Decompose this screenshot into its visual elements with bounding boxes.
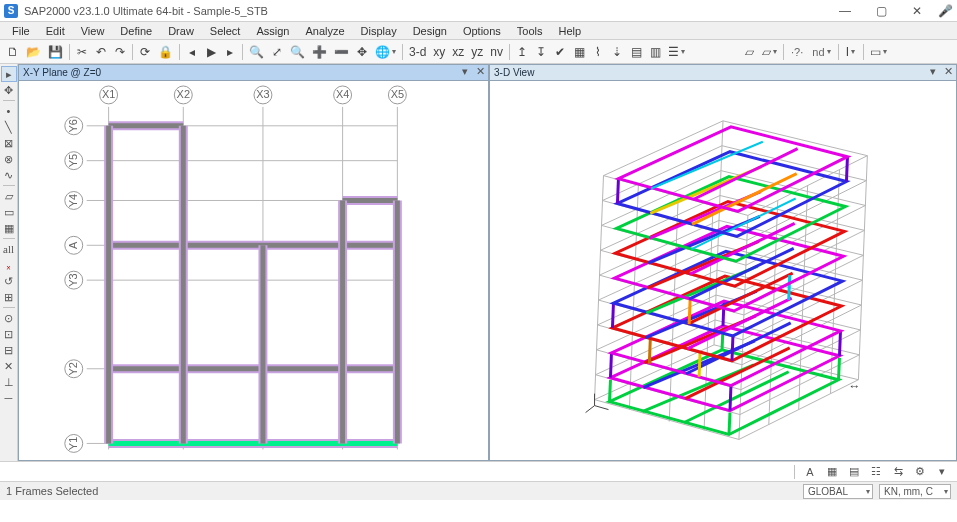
options-gear-icon[interactable]: ⚙ bbox=[911, 464, 929, 480]
frame-load-button[interactable]: ▤ bbox=[627, 43, 645, 61]
open-button[interactable]: 📂 bbox=[23, 43, 44, 61]
dim-button[interactable]: I bbox=[842, 43, 860, 61]
plan-view-header[interactable]: X-Y Plane @ Z=0 ▾ ✕ bbox=[19, 65, 488, 81]
zoom-out-button[interactable]: ➖ bbox=[331, 43, 352, 61]
quick-frame[interactable]: ⊠ bbox=[1, 135, 17, 151]
reshape-tool[interactable]: ✥ bbox=[1, 82, 17, 98]
view-yz-button[interactable]: yz bbox=[468, 43, 486, 61]
named-display-button[interactable]: ☰ bbox=[665, 43, 688, 61]
deformed-button[interactable]: ⌇ bbox=[589, 43, 607, 61]
pointer-tool[interactable]: ▸ bbox=[1, 66, 17, 82]
menu-tools[interactable]: Tools bbox=[509, 23, 551, 39]
draw-special-joint[interactable]: • bbox=[1, 103, 17, 119]
snap-mid[interactable]: ⊡ bbox=[1, 326, 17, 342]
select-all[interactable]: all bbox=[1, 241, 17, 257]
set-display-button[interactable]: ✔ bbox=[551, 43, 569, 61]
rotate-3d-button[interactable]: 🌐 bbox=[372, 43, 399, 61]
3d-view-svg: ↔ bbox=[490, 81, 956, 459]
pane-close-icon[interactable]: ✕ bbox=[942, 65, 954, 77]
side-toolbar: ▸ ✥ • ╲ ⊠ ⊗ ∿ ▱ ▭ ▦ all ₓ ↺ ⊞ ⊙ ⊡ ⊟ ✕ ⊥ … bbox=[0, 64, 18, 461]
redo-button[interactable]: ↷ bbox=[111, 43, 129, 61]
3d-view-header[interactable]: 3-D View ▾ ✕ bbox=[490, 65, 956, 81]
view-nv-button[interactable]: nv bbox=[487, 43, 506, 61]
minimize-button[interactable]: — bbox=[828, 0, 862, 22]
run-fwd-button[interactable]: ▸ bbox=[221, 43, 239, 61]
coord-system-combo[interactable]: GLOBAL bbox=[803, 484, 873, 499]
snap-end[interactable]: ⊟ bbox=[1, 342, 17, 358]
deselect-tool[interactable]: ₓ bbox=[1, 257, 17, 273]
zoom-prev-button[interactable]: 🔍 bbox=[287, 43, 308, 61]
menu-select[interactable]: Select bbox=[202, 23, 249, 39]
units-combo[interactable]: KN, mm, C bbox=[879, 484, 951, 499]
show-fill-button[interactable]: ▤ bbox=[845, 464, 863, 480]
quick-area[interactable]: ▦ bbox=[1, 220, 17, 236]
snap-intersect[interactable]: ✕ bbox=[1, 358, 17, 374]
save-button[interactable]: 💾 bbox=[45, 43, 66, 61]
mic-icon[interactable]: 🎤 bbox=[938, 4, 953, 18]
toggle-button[interactable]: ⇆ bbox=[889, 464, 907, 480]
menu-view[interactable]: View bbox=[73, 23, 113, 39]
view-xy-button[interactable]: xy bbox=[430, 43, 448, 61]
menu-display[interactable]: Display bbox=[353, 23, 405, 39]
refresh-button[interactable]: ⟳ bbox=[136, 43, 154, 61]
quick-brace[interactable]: ⊗ bbox=[1, 151, 17, 167]
menu-draw[interactable]: Draw bbox=[160, 23, 202, 39]
separator bbox=[838, 44, 839, 60]
menu-assign[interactable]: Assign bbox=[248, 23, 297, 39]
zoom-in-button[interactable]: ➕ bbox=[309, 43, 330, 61]
menu-file[interactable]: File bbox=[4, 23, 38, 39]
up-story-button[interactable]: ↥ bbox=[513, 43, 531, 61]
undeformed-button[interactable]: ▦ bbox=[570, 43, 588, 61]
window-controls: — ▢ ✕ bbox=[828, 0, 934, 22]
show-text-button[interactable]: A bbox=[801, 464, 819, 480]
maximize-button[interactable]: ▢ bbox=[864, 0, 898, 22]
new-button[interactable]: 🗋 bbox=[4, 43, 22, 61]
pane-close-icon[interactable]: ✕ bbox=[474, 65, 486, 77]
prev-select[interactable]: ↺ bbox=[1, 273, 17, 289]
draw-cable[interactable]: ∿ bbox=[1, 167, 17, 183]
snap-perp[interactable]: ⊥ bbox=[1, 374, 17, 390]
cursor-icon: ↔ bbox=[848, 379, 860, 393]
print-button[interactable]: ✂ bbox=[73, 43, 91, 61]
draw-poly-area[interactable]: ▱ bbox=[1, 188, 17, 204]
draw-rect-area[interactable]: ▭ bbox=[1, 204, 17, 220]
pane-dropdown-icon[interactable]: ▾ bbox=[459, 65, 471, 77]
nd-dropdown[interactable]: nd bbox=[808, 46, 834, 58]
run-back-button[interactable]: ◂ bbox=[183, 43, 201, 61]
status-selection-text: 1 Frames Selected bbox=[6, 485, 98, 497]
close-button[interactable]: ✕ bbox=[900, 0, 934, 22]
plan-view-canvas[interactable]: X1 X2 X3 X4 X5 Y1 Y2 Y3 A Y4 Y5 Y6 bbox=[19, 81, 488, 460]
menu-analyze[interactable]: Analyze bbox=[297, 23, 352, 39]
joint-load-button[interactable]: ⇣ bbox=[608, 43, 626, 61]
lock-button[interactable]: 🔒 bbox=[155, 43, 176, 61]
snap-line[interactable]: ─ bbox=[1, 390, 17, 406]
separator bbox=[794, 465, 795, 479]
3d-view-canvas[interactable]: ↔ bbox=[490, 81, 956, 460]
area-load-button[interactable]: ▥ bbox=[646, 43, 664, 61]
zoom-window-button[interactable]: 🔍 bbox=[246, 43, 267, 61]
intersect-select[interactable]: ⊞ bbox=[1, 289, 17, 305]
menu-options[interactable]: Options bbox=[455, 23, 509, 39]
section-cut-button[interactable]: ▱ bbox=[740, 43, 758, 61]
svg-text:X2: X2 bbox=[177, 88, 190, 100]
menu-define[interactable]: Define bbox=[112, 23, 160, 39]
show-joints-button[interactable]: ☷ bbox=[867, 464, 885, 480]
snap-button[interactable]: ▱ bbox=[759, 43, 780, 61]
extrude-button[interactable]: ▭ bbox=[867, 43, 890, 61]
more-dropdown-icon[interactable]: ▾ bbox=[933, 464, 951, 480]
svg-line-98 bbox=[617, 179, 618, 204]
undo-button[interactable]: ↶ bbox=[92, 43, 110, 61]
draw-frame[interactable]: ╲ bbox=[1, 119, 17, 135]
view-xz-button[interactable]: xz bbox=[449, 43, 467, 61]
menu-edit[interactable]: Edit bbox=[38, 23, 73, 39]
down-story-button[interactable]: ↧ bbox=[532, 43, 550, 61]
zoom-extents-button[interactable]: ⤢ bbox=[268, 43, 286, 61]
menu-design[interactable]: Design bbox=[405, 23, 455, 39]
view-3d-button[interactable]: 3-d bbox=[406, 43, 429, 61]
pan-button[interactable]: ✥ bbox=[353, 43, 371, 61]
show-extrude-button[interactable]: ▦ bbox=[823, 464, 841, 480]
menu-help[interactable]: Help bbox=[551, 23, 590, 39]
run-button[interactable]: ▶ bbox=[202, 43, 220, 61]
snap-point[interactable]: ⊙ bbox=[1, 310, 17, 326]
pane-dropdown-icon[interactable]: ▾ bbox=[927, 65, 939, 77]
